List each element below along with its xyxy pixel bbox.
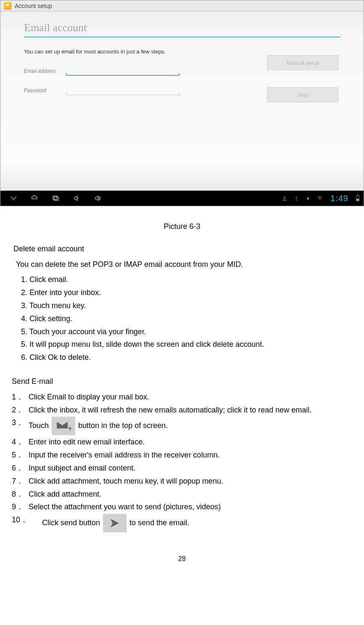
card-description: You can set up email for most accounts i… [24, 48, 340, 55]
list-item: 2. Enter into your inbox. [21, 287, 352, 299]
list-item: 1. Click email. [21, 274, 352, 286]
battery-icon [356, 195, 359, 201]
send-section-title: Send E-mail [12, 375, 352, 388]
svg-point-6 [309, 197, 309, 197]
mail-app-icon [4, 2, 11, 10]
step-text-pre: Click send button [42, 519, 102, 527]
list-item: 3． Touch button in the top of screen. [12, 417, 352, 435]
card-title: Email account [24, 21, 340, 37]
next-button[interactable]: Next [267, 87, 338, 102]
step-text-post: button in the top of screen. [78, 421, 168, 430]
svg-point-5 [307, 197, 308, 197]
titlebar-text: Account setup [15, 3, 52, 9]
recent-apps-icon[interactable] [51, 194, 60, 202]
step-number: 3． [12, 417, 29, 435]
step-number: 10． [12, 514, 42, 532]
step-number: 7． [12, 475, 29, 487]
list-item: 4. Click setting. [21, 313, 352, 325]
list-item: 2． Click the inbox, it will refresh the … [12, 404, 352, 416]
usb-status-icon [293, 195, 299, 201]
step-number: 6． [12, 462, 29, 474]
step-number: 5． [12, 449, 29, 461]
list-item: 9． Select the attachment you want to sen… [12, 501, 352, 513]
delete-section-desc: You can delete the set POP3 or IMAP emai… [16, 258, 352, 271]
delete-section-title: Delete email account [13, 243, 352, 255]
step-number: 2． [12, 404, 29, 416]
list-item: 10． Click send button to send the email. [12, 514, 352, 532]
figure-caption: Picture 6-3 [12, 221, 352, 233]
manual-setup-button[interactable]: Manual setup [267, 55, 338, 70]
svg-rect-2 [282, 200, 286, 201]
status-clock: 1:49 [330, 194, 348, 203]
titlebar: Account setup [0, 0, 364, 11]
step-text: Input subject and email content. [29, 462, 352, 474]
step-text-post: to send the email. [129, 519, 189, 527]
svg-rect-1 [54, 197, 58, 200]
step-text: Click add attachment. [29, 488, 352, 500]
svg-rect-4 [307, 197, 309, 200]
volume-up-icon[interactable] [93, 194, 102, 202]
list-item: 6. Click Ok to delete. [21, 351, 352, 364]
list-item: 5. Touch your account via your finger. [21, 326, 352, 338]
step-number: 9． [12, 501, 29, 513]
step-text: Click add attachment, touch menu key, it… [29, 475, 352, 487]
home-icon[interactable] [30, 194, 39, 202]
wifi-icon [317, 195, 323, 201]
page-number: 28 [12, 553, 352, 564]
list-item: 4． Enter into edit new email interface. [12, 436, 352, 448]
list-item: 5. It will popup menu list, slide down t… [21, 338, 352, 351]
step-text: Enter into edit new email interface. [29, 436, 352, 448]
list-item: 6． Input subject and email content. [12, 462, 352, 474]
step-text-pre: Touch [29, 421, 49, 430]
delete-steps-list: 1. Click email. 2. Enter into your inbox… [21, 274, 352, 364]
step-text: Select the attachment you want to send (… [29, 501, 352, 513]
password-input[interactable] [66, 84, 179, 95]
email-input[interactable] [66, 65, 179, 76]
email-label: Email address [24, 68, 66, 76]
volume-down-icon[interactable] [72, 194, 81, 202]
password-label: Password [24, 88, 66, 95]
compose-mail-icon [52, 417, 75, 435]
step-text: Click the inbox, it will refresh the new… [29, 404, 352, 416]
send-mail-icon [103, 514, 127, 532]
list-item: 3. Touch menu key. [21, 300, 352, 312]
step-number: 8． [12, 488, 29, 500]
download-status-icon [282, 195, 288, 201]
android-navbar: 1:49 [0, 191, 364, 206]
svg-point-3 [296, 200, 297, 201]
android-account-setup-screenshot: Account setup Email account You can set … [0, 0, 364, 206]
list-item: 8． Click add attachment. [12, 488, 352, 500]
svg-rect-0 [53, 196, 57, 199]
list-item: 1． Click Email to display your mail box. [12, 391, 352, 403]
android-debug-icon [305, 195, 311, 201]
list-item: 7． Click add attachment, touch menu key,… [12, 475, 352, 487]
list-item: 5． Input the receiver's email address in… [12, 449, 352, 461]
svg-point-7 [319, 199, 320, 199]
hide-keyboard-icon[interactable] [9, 194, 18, 202]
step-number: 1． [12, 391, 29, 403]
step-text: Input the receiver's email address in th… [29, 449, 352, 461]
step-text: Click Email to display your mail box. [29, 391, 352, 403]
step-number: 4． [12, 436, 29, 448]
